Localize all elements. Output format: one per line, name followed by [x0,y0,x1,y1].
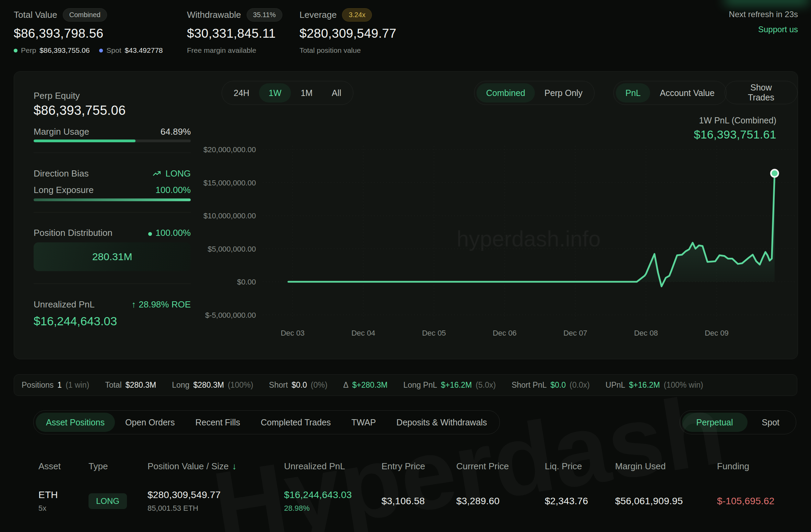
legend-value: $43.492778 [125,46,163,55]
leverage-sub: Total position value [299,46,396,55]
summary-label: Short [269,380,288,390]
tab-completed-trades[interactable]: Completed Trades [250,413,341,432]
cell-main: $3,106.58 [381,496,456,507]
y-axis-tick: $0.00 [237,278,256,286]
metric-pnl[interactable]: PnL [616,83,650,102]
range-1w[interactable]: 1W [259,83,291,102]
legend-item-perp: Perp$86,393,755.06 [14,46,90,55]
show-trades-button[interactable]: Show Trades [725,81,798,104]
green-dot-icon [14,49,17,52]
section-tabs: Asset PositionsOpen OrdersRecent FillsCo… [33,410,500,434]
y-axis-tick: $-5,000,000.00 [205,311,256,319]
unrealized-pnl-value: $16,244,643.03 [34,314,117,328]
support-us-link[interactable]: Support us [758,25,798,34]
total-value-stat: Total Value Combined $86,393,798.56 Perp… [14,8,169,55]
summary-value: $0.0 [550,380,566,390]
roe-value: ↑28.98% ROE [131,299,191,310]
position-distribution-box[interactable]: 280.31M [34,242,191,271]
summary-extra: (100%) [228,380,253,390]
x-axis-tick: Dec 08 [634,329,658,337]
summary-label: Total [105,380,122,390]
summary-value: $+280.3M [352,380,388,390]
column-label: Liq. Price [545,461,582,472]
scope-perp-only[interactable]: Perp Only [535,83,592,102]
position-row-eth[interactable]: ETH5xLONG$280,309,549.7785,001.53 ETH$16… [14,489,797,513]
tab-twap[interactable]: TWAP [341,413,386,432]
column-label: Current Price [456,461,509,472]
summary-item-long-pnl: Long PnL$+16.2M(5.0x) [403,380,496,390]
summary-label: UPnL [606,380,625,390]
summary-extra: (1 win) [66,380,89,390]
overview-chart-card: Perp Equity $86,393,755.06 Margin Usage … [14,71,798,359]
margin-usage-fill [34,140,136,142]
cell-main: $280,309,549.77 [148,489,284,500]
leverage-amount: $280,309,549.77 [299,26,396,41]
tab-open-orders[interactable]: Open Orders [115,413,185,432]
top-edge-glow [724,0,810,5]
column-header-current-price[interactable]: Current Price [456,461,545,472]
column-header-funding[interactable]: Funding [717,461,797,472]
column-header-type[interactable]: Type [89,461,148,472]
divider [34,212,191,213]
margin-used-cell: $56,061,909.95 [615,496,717,507]
tab-spot[interactable]: Spot [748,413,794,432]
range-1m[interactable]: 1M [291,83,322,102]
x-axis-tick: Dec 03 [281,329,305,337]
total-value-label: Total Value [14,10,57,20]
cell-main: $-105,695.62 [717,496,797,507]
asset-cell: ETH5x [38,489,89,513]
column-header-margin-used[interactable]: Margin Used [615,461,717,472]
tab-recent-fills[interactable]: Recent Fills [185,413,250,432]
x-axis-tick: Dec 06 [493,329,517,337]
tab-deposits-withdrawals[interactable]: Deposits & Withdrawals [386,413,497,432]
range-all[interactable]: All [322,83,351,102]
summary-label: Short PnL [512,380,546,390]
direction-bias-value: LONG [152,168,191,179]
table-header-row: AssetTypePosition Value / Size↓Unrealize… [14,461,797,472]
y-axis-tick: $5,000,000.00 [208,245,256,253]
legend-label: Spot [106,46,121,55]
summary-item-upnl: UPnL$+16.2M(100% win) [606,380,703,390]
metric-account-value[interactable]: Account Value [650,83,724,102]
long-exposure-label: Long Exposure [34,185,94,195]
summary-item-short-pnl: Short PnL$0.0(0.0x) [512,380,590,390]
positions-table: AssetTypePosition Value / Size↓Unrealize… [14,461,797,513]
tab-asset-positions[interactable]: Asset Positions [36,413,115,432]
y-axis-tick: $20,000,000.00 [203,145,256,154]
margin-usage-bar [34,140,191,142]
market-type-tabs: PerpetualSpot [680,410,796,434]
scope-selector: CombinedPerp Only [474,81,595,105]
chart-watermark: hyperdash.info [457,227,601,251]
summary-item-: Δ$+280.3M [343,380,387,390]
column-header-position-value-size[interactable]: Position Value / Size↓ [148,461,284,472]
positions-summary-bar: Positions1(1 win)Total$280.3MLong$280.3M… [14,374,797,396]
column-label: Type [89,461,108,472]
time-range-selector: 24H1W1MAll [222,81,353,105]
tab-perpetual[interactable]: Perpetual [682,413,748,432]
summary-value: 1 [57,380,62,390]
column-header-asset[interactable]: Asset [38,461,89,472]
withdrawable-label: Withdrawable [187,10,241,20]
summary-label: Long PnL [403,380,437,390]
range-24h[interactable]: 24H [224,83,259,102]
pnl-line-chart[interactable]: hyperdash.info Dec 03Dec 04Dec 05Dec 06D… [192,137,803,343]
long-exposure-bar [34,198,191,201]
cell-main: $16,244,643.03 [284,489,381,500]
column-header-unrealized-pnl[interactable]: Unrealized PnL [284,461,381,472]
scope-combined[interactable]: Combined [477,83,535,102]
position-distribution-pct: 100.00% [148,228,191,238]
legend-label: Perp [21,46,36,55]
summary-extra: (0%) [311,380,328,390]
x-axis-tick: Dec 07 [563,329,587,337]
type-cell: LONG [89,493,148,509]
trending-up-icon [152,169,162,178]
column-header-entry-price[interactable]: Entry Price [381,461,456,472]
cell-sub: 28.98% [284,504,381,513]
refresh-countdown: Next refresh in 23s [729,10,798,19]
column-label: Unrealized PnL [284,461,345,472]
column-label: Entry Price [381,461,425,472]
divider [34,153,191,153]
position-value-cell: $280,309,549.7785,001.53 ETH [148,489,284,513]
column-header-liq-price[interactable]: Liq. Price [545,461,615,472]
leverage-stat: Leverage 3.24x $280,309,549.77 Total pos… [299,8,396,55]
